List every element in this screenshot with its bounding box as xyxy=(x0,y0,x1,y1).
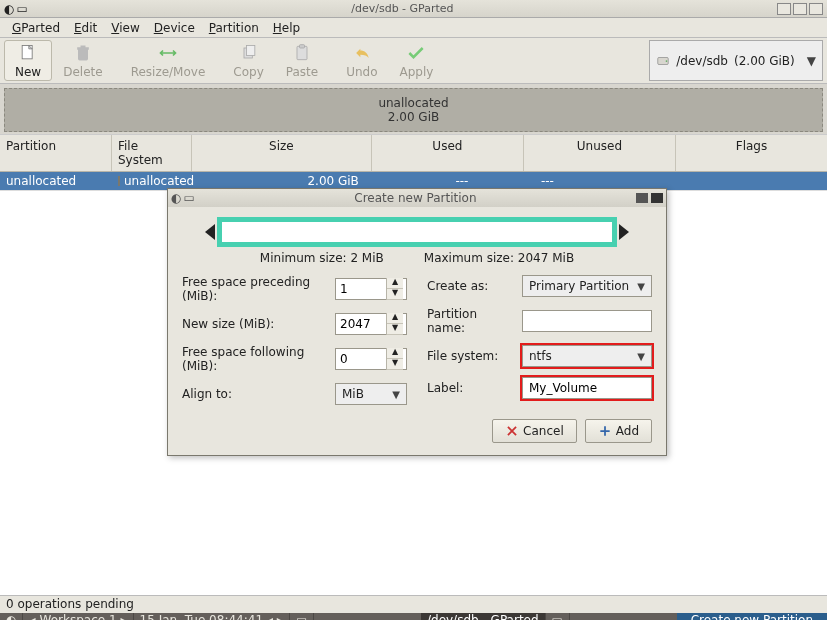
minimize-button[interactable] xyxy=(777,3,791,15)
svg-rect-4 xyxy=(299,44,304,47)
spin-down-icon[interactable]: ▼ xyxy=(387,359,403,370)
dialog-window-icon: ▭ xyxy=(183,191,194,205)
undo-button: Undo xyxy=(335,40,388,81)
newsize-label: New size (MiB): xyxy=(182,317,329,331)
following-input[interactable] xyxy=(336,350,386,368)
app-menu-icon[interactable]: ◐ xyxy=(4,2,14,16)
delete-icon xyxy=(73,43,93,63)
createas-select[interactable]: Primary Partition▼ xyxy=(522,275,652,297)
device-selector[interactable]: /dev/sdb (2.00 GiB) ▼ xyxy=(649,40,823,81)
new-button-label: New xyxy=(15,65,41,79)
partname-input[interactable] xyxy=(522,310,652,332)
device-size: (2.00 GiB) xyxy=(734,54,795,68)
dialog-title: Create new Partition xyxy=(195,191,636,205)
resize-button: Resize/Move xyxy=(120,40,217,81)
chevron-down-icon: ▼ xyxy=(392,389,400,400)
slider-handle-right-icon[interactable] xyxy=(619,224,629,240)
cancel-button[interactable]: Cancel xyxy=(492,419,577,443)
createas-label: Create as: xyxy=(427,279,516,293)
menubar: GParted Edit View Device Partition Help xyxy=(0,18,827,38)
col-used[interactable]: Used xyxy=(372,135,524,171)
spin-down-icon[interactable]: ▼ xyxy=(387,289,403,300)
dialog-menu-icon[interactable]: ◐ xyxy=(171,191,181,205)
menu-help[interactable]: Help xyxy=(267,19,306,37)
delete-button-label: Delete xyxy=(63,65,102,79)
disk-icon xyxy=(656,54,670,68)
copy-icon xyxy=(239,43,259,63)
chevron-down-icon: ▼ xyxy=(637,281,645,292)
col-size[interactable]: Size xyxy=(192,135,372,171)
col-filesystem[interactable]: File System xyxy=(112,135,192,171)
min-size-label: Minimum size: 2 MiB xyxy=(260,251,384,265)
pending-ops: 0 operations pending xyxy=(6,597,134,611)
following-spinner[interactable]: ▲▼ xyxy=(335,348,407,370)
cell-partition: unallocated xyxy=(0,172,112,190)
dialog-shade-button[interactable] xyxy=(636,193,648,203)
svg-point-6 xyxy=(666,60,668,62)
chevron-down-icon: ▼ xyxy=(637,351,645,362)
toolbar: New Delete Resize/Move Copy Paste Undo A… xyxy=(0,38,827,84)
slider-handle-left-icon[interactable] xyxy=(205,224,215,240)
new-icon xyxy=(18,43,38,63)
menu-partition[interactable]: Partition xyxy=(203,19,265,37)
cell-flags xyxy=(681,172,827,190)
dialog-titlebar: ◐▭ Create new Partition xyxy=(168,189,666,207)
paste-icon xyxy=(292,43,312,63)
undo-button-label: Undo xyxy=(346,65,377,79)
taskbar-workspace[interactable]: ◂ Workspace 1 ▸ xyxy=(23,613,133,620)
filesystem-select[interactable]: ntfs▼ xyxy=(522,345,652,367)
preceding-label: Free space preceding (MiB): xyxy=(182,275,329,303)
col-unused[interactable]: Unused xyxy=(524,135,676,171)
filesystem-label: File system: xyxy=(427,349,516,363)
align-select[interactable]: MiB▼ xyxy=(335,383,407,405)
maximize-button[interactable] xyxy=(793,3,807,15)
svg-rect-2 xyxy=(246,45,254,55)
menu-gparted[interactable]: GParted xyxy=(6,19,66,37)
label-label: Label: xyxy=(427,381,516,395)
taskbar-tray[interactable]: Create new Partition xyxy=(677,613,827,620)
taskbar: ◐ ◂ Workspace 1 ▸ 15 Jan, Tue 08:44:41 ◂… xyxy=(0,613,827,620)
undo-icon xyxy=(352,43,372,63)
menu-device[interactable]: Device xyxy=(148,19,201,37)
col-partition[interactable]: Partition xyxy=(0,135,112,171)
window-titlebar: ◐ ▭ /dev/sdb - GParted xyxy=(0,0,827,18)
label-input[interactable] xyxy=(522,377,652,399)
preceding-spinner[interactable]: ▲▼ xyxy=(335,278,407,300)
menu-view[interactable]: View xyxy=(105,19,145,37)
status-bar: 0 operations pending xyxy=(0,595,827,613)
taskbar-apps-icon[interactable]: ◐ xyxy=(0,613,23,620)
taskbar-app-gparted[interactable]: /dev/sdb - GParted xyxy=(421,613,546,620)
size-slider[interactable] xyxy=(182,217,652,247)
apply-button-label: Apply xyxy=(400,65,434,79)
newsize-input[interactable] xyxy=(336,315,386,333)
newsize-spinner[interactable]: ▲▼ xyxy=(335,313,407,335)
slider-bar[interactable] xyxy=(217,217,617,247)
paste-button: Paste xyxy=(275,40,329,81)
paste-button-label: Paste xyxy=(286,65,318,79)
taskbar-clock: 15 Jan, Tue 08:44:41 ◂ ▸ xyxy=(134,613,290,620)
dialog-close-button[interactable] xyxy=(651,193,663,203)
close-button[interactable] xyxy=(809,3,823,15)
preceding-input[interactable] xyxy=(336,280,386,298)
diskmap-size: 2.00 GiB xyxy=(388,110,439,124)
taskbar-desktop-icon[interactable]: ▭ xyxy=(290,613,314,620)
create-partition-dialog: ◐▭ Create new Partition Minimum size: 2 … xyxy=(167,188,667,456)
copy-button-label: Copy xyxy=(233,65,263,79)
resize-icon xyxy=(158,43,178,63)
fs-swatch-icon xyxy=(118,176,120,186)
spin-down-icon[interactable]: ▼ xyxy=(387,324,403,335)
disk-map[interactable]: unallocated 2.00 GiB xyxy=(4,88,823,132)
window-title: /dev/sdb - GParted xyxy=(28,2,777,15)
copy-button: Copy xyxy=(222,40,274,81)
resize-button-label: Resize/Move xyxy=(131,65,206,79)
col-flags[interactable]: Flags xyxy=(676,135,827,171)
taskbar-app-dialog-icon[interactable]: ▭ xyxy=(546,613,570,620)
add-icon xyxy=(598,424,612,438)
cancel-icon xyxy=(505,424,519,438)
apply-icon xyxy=(406,43,426,63)
apply-button: Apply xyxy=(389,40,445,81)
menu-edit[interactable]: Edit xyxy=(68,19,103,37)
add-button[interactable]: Add xyxy=(585,419,652,443)
new-button[interactable]: New xyxy=(4,40,52,81)
partition-table-header: Partition File System Size Used Unused F… xyxy=(0,134,827,172)
